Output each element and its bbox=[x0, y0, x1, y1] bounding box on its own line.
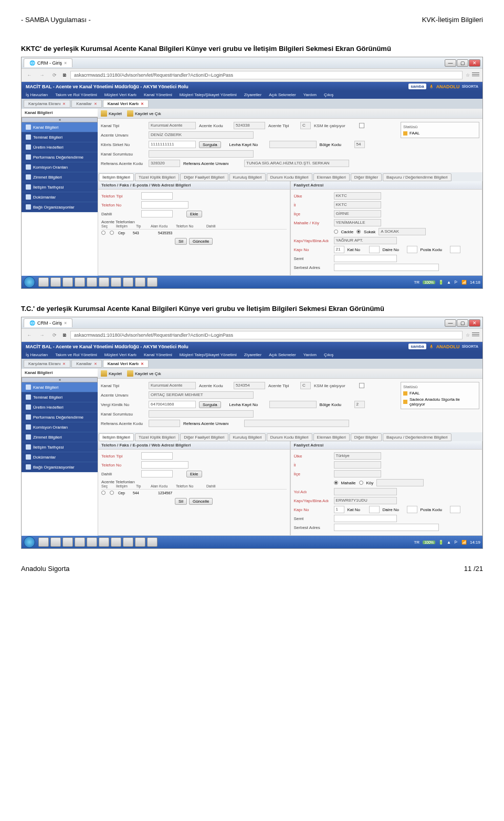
tab-close-icon[interactable]: ✕ bbox=[62, 102, 66, 106]
input-posta-kodu[interactable] bbox=[450, 246, 460, 253]
sidebar-toggle[interactable] bbox=[22, 117, 98, 122]
menu-item[interactable]: Yardım bbox=[303, 352, 317, 357]
subtab[interactable]: Başvuru / Değerlendirme Bilgileri bbox=[383, 433, 452, 441]
tray-flag-icon[interactable]: 🏳 bbox=[454, 280, 458, 285]
select-ilce[interactable]: GİRNE bbox=[334, 210, 381, 217]
taskbar-app-icon[interactable] bbox=[135, 537, 145, 547]
menu-item[interactable]: Kanal Yönetimi bbox=[144, 352, 172, 357]
sidebar-item[interactable]: Üretim Hedefleri bbox=[22, 142, 98, 152]
forward-button[interactable]: → bbox=[37, 330, 47, 340]
star-icon[interactable]: ☆ bbox=[466, 72, 470, 78]
menu-item[interactable]: Ziyaretler bbox=[244, 92, 261, 97]
input-vergi-kimlik-no[interactable]: 6470041868 bbox=[149, 401, 196, 408]
taskbar-app-icon[interactable] bbox=[147, 277, 158, 287]
browser-tab[interactable]: 🌐 CRM - Giriş × bbox=[24, 58, 72, 67]
sorgula-button[interactable]: Sorgula bbox=[199, 141, 221, 148]
input-posta-kodu[interactable] bbox=[450, 506, 460, 513]
tab-close-icon[interactable]: × bbox=[64, 60, 67, 66]
select-ulke[interactable]: Türkiye bbox=[334, 452, 381, 460]
radio-koy[interactable] bbox=[359, 481, 363, 485]
sidebar-item[interactable]: Kanal Bilgileri bbox=[22, 122, 98, 132]
subtab[interactable]: Tüzel Kişilik Bilgileri bbox=[135, 433, 179, 441]
subtab-contact[interactable]: İletişim Bilgileri bbox=[99, 173, 134, 181]
taskbar-app-icon[interactable] bbox=[50, 537, 61, 547]
checkbox-ksm[interactable] bbox=[359, 383, 364, 388]
input-kibris-sirket-no[interactable]: 1111111111 bbox=[149, 141, 196, 148]
sorgula-button[interactable]: Sorgula bbox=[199, 401, 221, 408]
save-button[interactable]: Kaydet bbox=[101, 370, 122, 377]
start-button[interactable] bbox=[24, 276, 35, 288]
guncelle-button[interactable]: Güncelle bbox=[189, 498, 213, 505]
sidebar-toggle[interactable] bbox=[22, 377, 98, 382]
sidebar-item[interactable]: Zimmet Bilgileri bbox=[22, 172, 98, 182]
maximize-button[interactable]: ▢ bbox=[457, 59, 468, 67]
select-ilce[interactable] bbox=[334, 470, 381, 477]
subtab[interactable]: Durum Kodu Bilgileri bbox=[267, 173, 312, 181]
subtab[interactable]: Kuruluş Bilgileri bbox=[229, 173, 266, 181]
menu-item[interactable]: Takım ve Rol Yönetimi bbox=[55, 352, 97, 357]
taskbar-app-icon[interactable] bbox=[62, 537, 73, 547]
sil-button[interactable]: Sil bbox=[175, 498, 187, 505]
input-bina[interactable]: YAĞNUR APT. bbox=[334, 237, 397, 244]
tab-welcome[interactable]: Karşılama Ekranı✕ bbox=[24, 100, 70, 108]
back-button[interactable]: ← bbox=[25, 330, 34, 340]
subtab[interactable]: Diğer Bilgiler bbox=[351, 433, 382, 441]
row-radio[interactable] bbox=[101, 231, 106, 235]
minimize-button[interactable]: — bbox=[445, 59, 456, 67]
input-dahili[interactable] bbox=[141, 210, 173, 217]
sidebar-item[interactable]: Kanal Bilgileri bbox=[22, 382, 98, 392]
tab-close-icon[interactable]: ✕ bbox=[94, 102, 97, 106]
browser-tab[interactable]: 🌐 CRM - Giriş × bbox=[24, 318, 72, 327]
reload-button[interactable]: ⟳ bbox=[50, 70, 59, 80]
subtab[interactable]: Eleman Bilgileri bbox=[313, 433, 350, 441]
tray-flag-icon[interactable]: 🏳 bbox=[454, 540, 458, 545]
select-il[interactable] bbox=[334, 461, 381, 469]
input-yol-adi[interactable] bbox=[334, 488, 397, 495]
ekle-button[interactable]: Ekle bbox=[186, 471, 202, 477]
input-semt[interactable] bbox=[334, 515, 397, 522]
row-radio[interactable] bbox=[110, 231, 114, 235]
tray-lang[interactable]: TR bbox=[414, 280, 419, 285]
tab-close-icon[interactable]: ✕ bbox=[62, 362, 66, 366]
taskbar-app-icon[interactable] bbox=[87, 537, 97, 547]
input-dahili[interactable] bbox=[141, 470, 173, 477]
menu-item[interactable]: İş Havuzları bbox=[26, 352, 48, 357]
star-icon[interactable]: ☆ bbox=[466, 332, 470, 338]
input-sokak[interactable]: A SOKAK bbox=[379, 228, 426, 235]
taskbar-app-icon[interactable] bbox=[87, 277, 97, 287]
taskbar-app-icon[interactable] bbox=[75, 277, 85, 287]
subtab-contact[interactable]: İletişim Bilgileri bbox=[99, 433, 134, 441]
input-semt[interactable] bbox=[334, 255, 397, 262]
tab-channels[interactable]: Kanallar✕ bbox=[71, 100, 101, 108]
input-telefon-no[interactable] bbox=[141, 461, 188, 469]
taskbar-app-icon[interactable] bbox=[99, 277, 109, 287]
sidebar-item[interactable]: İletişim Tarihçesi bbox=[22, 442, 98, 452]
tab-close-icon[interactable]: ✕ bbox=[141, 102, 144, 106]
radio-cadde[interactable] bbox=[334, 230, 338, 234]
input-kat-no[interactable] bbox=[369, 506, 380, 513]
subtab[interactable]: Kuruluş Bilgileri bbox=[229, 433, 266, 441]
select-telefon-tipi[interactable] bbox=[141, 192, 173, 200]
taskbar-app-icon[interactable] bbox=[135, 277, 145, 287]
start-button[interactable] bbox=[24, 536, 35, 548]
reload-button[interactable]: ⟳ bbox=[50, 330, 59, 340]
input-kat-no[interactable] bbox=[369, 246, 380, 253]
url-input[interactable]: askacrmwasd1:10180/Advisor/servlet/Reque… bbox=[70, 331, 463, 339]
menu-item[interactable]: Açık Sekmeler bbox=[269, 92, 296, 97]
maximize-button[interactable]: ▢ bbox=[457, 319, 468, 327]
taskbar-app-icon[interactable] bbox=[123, 277, 133, 287]
taskbar-app-icon[interactable] bbox=[123, 537, 133, 547]
taskbar-app-icon[interactable] bbox=[147, 537, 158, 547]
save-exit-button[interactable]: Kaydet ve Çık bbox=[127, 370, 161, 377]
sidebar-item[interactable]: Dokümanlar bbox=[22, 452, 98, 462]
menu-item[interactable]: Çıkış bbox=[324, 352, 333, 357]
taskbar-app-icon[interactable] bbox=[38, 277, 49, 287]
menu-item[interactable]: Müşteri Talep/Şikayet Yönetimi bbox=[180, 92, 237, 97]
menu-item[interactable]: Yardım bbox=[303, 92, 317, 97]
menu-item[interactable]: Müşteri Veri Kartı bbox=[104, 92, 136, 97]
subtab[interactable]: Başvuru / Değerlendirme Bilgileri bbox=[383, 173, 452, 181]
tab-channels[interactable]: Kanallar✕ bbox=[71, 360, 101, 368]
menu-item[interactable]: Çıkış bbox=[324, 92, 333, 97]
input-serbest-adres[interactable] bbox=[334, 264, 439, 271]
taskbar-app-icon[interactable] bbox=[38, 537, 49, 547]
